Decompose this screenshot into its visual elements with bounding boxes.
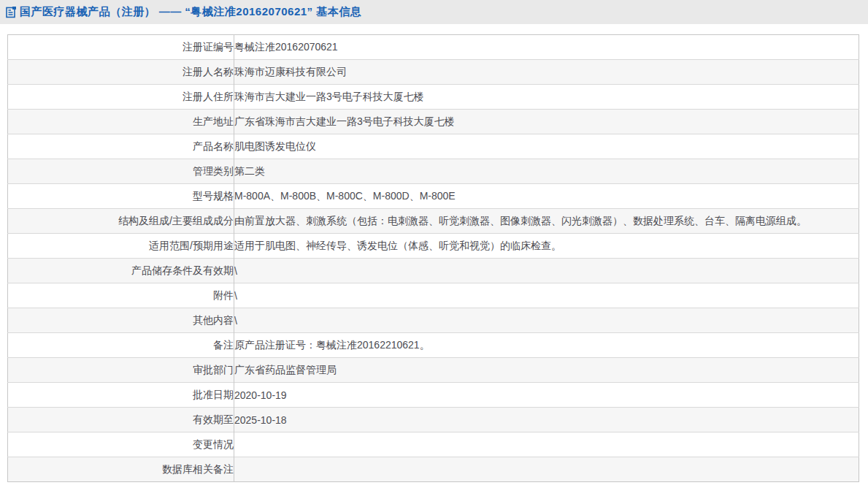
registration-info-table: 注册证编号 粤械注准20162070621 注册人名称 珠海市迈康科技有限公司 … <box>7 34 859 482</box>
table-row: 其他内容 \ <box>8 308 859 333</box>
row-value: 2020-10-19 <box>234 383 859 408</box>
table-row: 注册证编号 粤械注准20162070621 <box>8 35 859 60</box>
row-value: 2025-10-18 <box>234 408 859 432</box>
row-label: 批准日期 <box>8 383 234 408</box>
row-value: 粤械注准20162070621 <box>234 35 859 60</box>
table-row: 结构及组成/主要组成成分 由前置放大器、刺激系统（包括：电刺激器、听觉刺激器、图… <box>8 209 859 234</box>
table-row: 管理类别 第二类 <box>8 159 859 184</box>
table-row: 附件 \ <box>8 283 859 308</box>
table-row: 审批部门 广东省药品监督管理局 <box>8 358 859 383</box>
row-value: 广东省珠海市吉大建业一路3号电子科技大厦七楼 <box>234 110 859 134</box>
document-icon <box>6 7 16 18</box>
row-value: 肌电图诱发电位仪 <box>234 134 859 159</box>
row-label: 有效期至 <box>8 408 234 432</box>
row-label: 注册证编号 <box>8 35 234 60</box>
row-value: 原产品注册证号：粤械注准20162210621。 <box>234 333 859 358</box>
row-label: 数据库相关备注 <box>8 457 234 482</box>
row-value: \ <box>234 259 859 283</box>
table-row: 数据库相关备注 <box>8 457 859 482</box>
table-row: 注册人名称 珠海市迈康科技有限公司 <box>8 60 859 85</box>
row-label: 型号规格 <box>8 184 234 209</box>
table-row: 型号规格 M-800A、M-800B、M-800C、M-800D、M-800E <box>8 184 859 209</box>
table-row: 注册人住所 珠海市吉大建业一路3号电子科技大厦七楼 <box>8 85 859 110</box>
row-value <box>234 457 859 482</box>
row-label: 结构及组成/主要组成成分 <box>8 209 234 234</box>
row-label: 注册人住所 <box>8 85 234 110</box>
table-row: 产品名称 肌电图诱发电位仪 <box>8 134 859 159</box>
row-label: 附件 <box>8 283 234 308</box>
row-label: 备注 <box>8 333 234 358</box>
row-value: M-800A、M-800B、M-800C、M-800D、M-800E <box>234 184 859 209</box>
row-label: 产品储存条件及有效期 <box>8 259 234 283</box>
table-row: 备注 原产品注册证号：粤械注准20162210621。 <box>8 333 859 358</box>
row-label: 产品名称 <box>8 134 234 159</box>
row-label: 适用范围/预期用途 <box>8 234 234 259</box>
row-value: 珠海市吉大建业一路3号电子科技大厦七楼 <box>234 85 859 110</box>
row-label: 生产地址 <box>8 110 234 134</box>
row-label: 其他内容 <box>8 308 234 333</box>
page-title: 国产医疗器械产品（注册） —— “粤械注准20162070621” 基本信息 <box>20 5 361 19</box>
table-row: 适用范围/预期用途 适用于肌电图、神经传导、诱发电位（体感、听觉和视觉）的临床检… <box>8 234 859 259</box>
row-value <box>234 432 859 457</box>
row-value: 珠海市迈康科技有限公司 <box>234 60 859 85</box>
row-label: 审批部门 <box>8 358 234 383</box>
row-value: 由前置放大器、刺激系统（包括：电刺激器、听觉刺激器、图像刺激器、闪光刺激器）、数… <box>234 209 859 234</box>
row-value: 第二类 <box>234 159 859 184</box>
table-row: 批准日期 2020-10-19 <box>8 383 859 408</box>
table-row: 生产地址 广东省珠海市吉大建业一路3号电子科技大厦七楼 <box>8 110 859 134</box>
table-row: 变更情况 <box>8 432 859 457</box>
table-row: 有效期至 2025-10-18 <box>8 408 859 432</box>
page-header: 国产医疗器械产品（注册） —— “粤械注准20162070621” 基本信息 <box>0 0 868 24</box>
row-label: 注册人名称 <box>8 60 234 85</box>
row-value: 广东省药品监督管理局 <box>234 358 859 383</box>
table-row: 产品储存条件及有效期 \ <box>8 259 859 283</box>
row-label: 变更情况 <box>8 432 234 457</box>
row-value: \ <box>234 283 859 308</box>
row-value: 适用于肌电图、神经传导、诱发电位（体感、听觉和视觉）的临床检查。 <box>234 234 859 259</box>
row-label: 管理类别 <box>8 159 234 184</box>
row-value: \ <box>234 308 859 333</box>
